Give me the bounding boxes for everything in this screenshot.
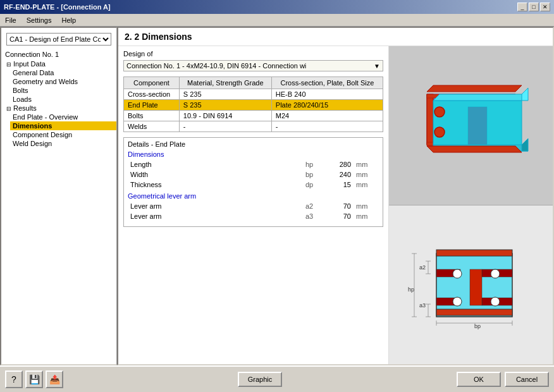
cancel-button[interactable]: Cancel bbox=[505, 372, 549, 387]
sidebar: CA1 - Design of End Plate Conn Connectio… bbox=[0, 27, 117, 365]
detail-label: Thickness bbox=[128, 180, 303, 190]
data-section: Design of Connection No. 1 - 4xM24-10.9,… bbox=[118, 46, 388, 364]
menu-file[interactable]: File bbox=[3, 16, 19, 25]
tree-results-children: End Plate - Overview Dimensions Componen… bbox=[1, 113, 116, 148]
design-dropdown-arrow[interactable]: ▼ bbox=[374, 63, 380, 70]
bottom-right: OK Cancel bbox=[457, 372, 549, 387]
detail-row: Lever arm a2 70 mm bbox=[128, 201, 379, 211]
detail-label: Lever arm bbox=[128, 201, 303, 211]
sidebar-item-geometry-welds[interactable]: Geometry and Welds bbox=[10, 77, 116, 86]
export-icon: 📤 bbox=[49, 374, 60, 384]
detail-symbol: a3 bbox=[303, 211, 322, 221]
cell-component: End Plate bbox=[124, 100, 180, 111]
sidebar-item-dimensions[interactable]: Dimensions bbox=[10, 121, 116, 130]
col-material: Material, Strength Grade bbox=[179, 77, 271, 89]
sidebar-item-weld-design[interactable]: Weld Design bbox=[10, 139, 116, 148]
cell-crosssection: - bbox=[271, 121, 383, 132]
diagram-panel: a2 a3 hp bp bbox=[388, 46, 553, 364]
svg-text:a2: a2 bbox=[419, 264, 426, 271]
table-row: Bolts 10.9 - DIN 6914 M24 bbox=[124, 111, 383, 121]
svg-point-45 bbox=[491, 269, 500, 278]
detail-row: Thickness dp 15 mm bbox=[128, 180, 379, 190]
detail-value: 70 bbox=[322, 211, 354, 221]
save-icon: 💾 bbox=[29, 374, 40, 384]
svg-rect-43 bbox=[470, 269, 482, 305]
tree-results[interactable]: ⊟ Results bbox=[1, 104, 116, 113]
diagram-3d bbox=[389, 46, 553, 205]
svg-marker-10 bbox=[433, 94, 528, 101]
cell-component: Cross-section bbox=[124, 89, 180, 100]
detail-unit: mm bbox=[354, 211, 379, 221]
bottom-center: Graphic bbox=[63, 372, 457, 387]
svg-point-16 bbox=[434, 127, 445, 137]
main-table: Component Material, Strength Grade Cross… bbox=[123, 77, 383, 132]
menu-help[interactable]: Help bbox=[59, 16, 78, 25]
detail-label: Lever arm bbox=[128, 211, 303, 221]
svg-point-15 bbox=[434, 107, 445, 117]
2d-svg: a2 a3 hp bp bbox=[402, 235, 541, 336]
cell-material: S 235 bbox=[179, 89, 271, 100]
detail-value: 280 bbox=[322, 159, 354, 169]
details-lever-table: Lever arm a2 70 mm Lever arm a3 70 mm bbox=[128, 201, 379, 221]
svg-marker-17 bbox=[427, 85, 522, 92]
cell-crosssection: M24 bbox=[271, 111, 383, 121]
ok-button[interactable]: OK bbox=[457, 372, 501, 387]
close-button[interactable]: ✕ bbox=[540, 3, 550, 11]
title-bar: RF-END-PLATE - [Connection A] _ □ ✕ bbox=[0, 0, 554, 14]
design-dropdown-text: Connection No. 1 - 4xM24-10.9, DIN 6914 … bbox=[126, 62, 371, 70]
panel-header: 2. 2 Dimensions bbox=[118, 28, 553, 46]
table-row: End Plate S 235 Plate 280/240/15 bbox=[124, 100, 383, 111]
svg-marker-18 bbox=[427, 146, 522, 152]
section-lever-title: Geometrical lever arm bbox=[128, 192, 379, 200]
cell-component: Welds bbox=[124, 121, 180, 132]
right-content: Design of Connection No. 1 - 4xM24-10.9,… bbox=[118, 46, 553, 364]
export-button[interactable]: 📤 bbox=[46, 371, 63, 388]
sidebar-item-bolts[interactable]: Bolts bbox=[10, 86, 116, 95]
col-component: Component bbox=[124, 77, 180, 89]
detail-symbol: a2 bbox=[303, 201, 322, 211]
detail-unit: mm bbox=[354, 159, 379, 169]
detail-label: Width bbox=[128, 169, 303, 180]
col-crosssection: Cross-section, Plate, Bolt Size bbox=[271, 77, 383, 89]
save-button[interactable]: 💾 bbox=[25, 371, 43, 388]
cell-material: 10.9 - DIN 6914 bbox=[179, 111, 271, 121]
sidebar-item-end-plate-overview[interactable]: End Plate - Overview bbox=[10, 113, 116, 121]
svg-point-44 bbox=[453, 269, 462, 278]
table-row: Cross-section S 235 HE-B 240 bbox=[124, 89, 383, 100]
svg-text:a3: a3 bbox=[419, 302, 426, 309]
table-row: Welds - - bbox=[124, 121, 383, 132]
3d-svg bbox=[402, 75, 541, 176]
detail-row: Width bp 240 mm bbox=[128, 169, 379, 180]
details-dimensions-table: Length hp 280 mm Width bp 240 mm Thickne… bbox=[128, 159, 379, 190]
help-button[interactable]: ? bbox=[5, 371, 23, 388]
tree-input-children: General Data Geometry and Welds Bolts Lo… bbox=[1, 68, 116, 104]
detail-unit: mm bbox=[354, 201, 379, 211]
diagram-2d: a2 a3 hp bp bbox=[389, 205, 553, 364]
graphic-button[interactable]: Graphic bbox=[238, 372, 282, 387]
svg-rect-37 bbox=[436, 250, 512, 256]
design-of-label: Design of bbox=[123, 50, 383, 58]
cell-material: S 235 bbox=[179, 100, 271, 111]
detail-label: Length bbox=[128, 159, 303, 169]
sidebar-item-component-design[interactable]: Component Design bbox=[10, 130, 116, 139]
menu-settings[interactable]: Settings bbox=[24, 16, 54, 25]
sidebar-item-general-data[interactable]: General Data bbox=[10, 68, 116, 77]
connection-label: Connection No. 1 bbox=[1, 49, 116, 59]
menu-bar: File Settings Help bbox=[0, 14, 554, 27]
detail-symbol: bp bbox=[303, 169, 322, 180]
cell-material: - bbox=[179, 121, 271, 132]
window-controls: _ □ ✕ bbox=[517, 3, 550, 11]
minimize-button[interactable]: _ bbox=[517, 3, 527, 11]
content-area: CA1 - Design of End Plate Conn Connectio… bbox=[0, 27, 554, 365]
maximize-button[interactable]: □ bbox=[529, 3, 539, 11]
detail-value: 15 bbox=[322, 180, 354, 190]
detail-value: 240 bbox=[322, 169, 354, 180]
help-icon: ? bbox=[11, 374, 16, 384]
detail-row: Lever arm a3 70 mm bbox=[128, 211, 379, 221]
tree-input-data[interactable]: ⊟ Input Data bbox=[1, 59, 116, 68]
sidebar-item-loads[interactable]: Loads bbox=[10, 95, 116, 104]
cell-component: Bolts bbox=[124, 111, 180, 121]
connection-dropdown[interactable]: CA1 - Design of End Plate Conn bbox=[6, 33, 111, 46]
svg-text:bp: bp bbox=[474, 323, 481, 329]
window-title: RF-END-PLATE - [Connection A] bbox=[4, 3, 111, 11]
